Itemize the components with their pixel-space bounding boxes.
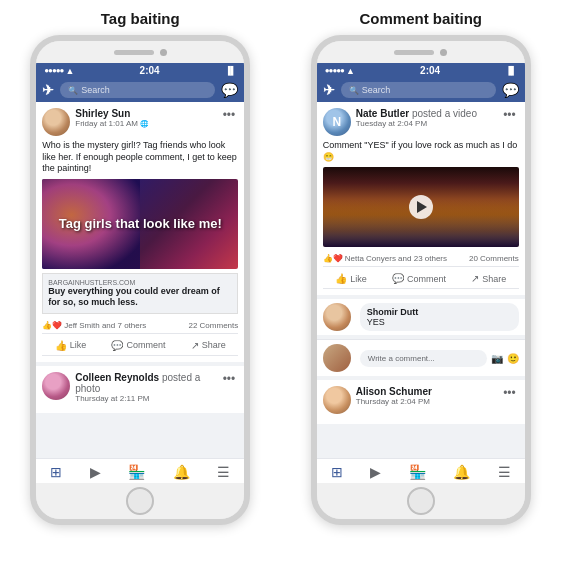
more-button-alison[interactable]: ••• — [500, 386, 519, 400]
post-author-nate: Nate Butler posted a video — [356, 108, 500, 119]
avatar-shirley — [42, 108, 70, 136]
avatar-current-user — [323, 344, 351, 372]
battery-icon-1: ▐▌ — [225, 66, 236, 75]
post-colleen: Colleen Reynolds posted a photo Thursday… — [36, 366, 244, 413]
more-button-shirley[interactable]: ••• — [220, 108, 239, 122]
menu-nav-icon-1[interactable]: ☰ — [217, 464, 230, 480]
post-date-colleen: Thursday at 2:11 PM — [75, 394, 219, 403]
home-button-2[interactable] — [407, 487, 435, 515]
marketplace-nav-icon-1[interactable]: 🏪 — [128, 464, 145, 480]
menu-nav-icon-2[interactable]: ☰ — [498, 464, 511, 480]
signal-icon-1: ●●●●● — [44, 66, 63, 75]
reactions-row-shirley: 👍❤️ Jeff Smith and 7 others 22 Comments — [42, 318, 238, 334]
emoji-icon[interactable]: 🙂 — [507, 353, 519, 364]
like-button-shirley[interactable]: 👍 Like — [51, 338, 91, 353]
home-nav-icon-1[interactable]: ⊞ — [50, 464, 62, 480]
link-preview-shirley[interactable]: BARGAINHUSTLERS.COM Buy everything you c… — [42, 273, 238, 314]
status-time-2: 2:04 — [420, 65, 440, 76]
phone-screen-2: ●●●●● ▲ 2:04 ▐▌ ✈ 🔍 Search 💬 — [317, 63, 525, 483]
status-left-1: ●●●●● ▲ — [44, 66, 74, 76]
share-icon-shirley: ↗ — [191, 340, 199, 351]
bell-nav-icon-1[interactable]: 🔔 — [173, 464, 190, 480]
post-author-alison: Alison Schumer — [356, 386, 500, 397]
status-bar-2: ●●●●● ▲ 2:04 ▐▌ — [317, 63, 525, 78]
fb-logo-1: ✈ — [42, 82, 54, 98]
comment-shomir: Shomir Dutt YES — [317, 299, 525, 335]
wifi-icon-1: ▲ — [65, 66, 74, 76]
bottom-nav-2: ⊞ ▶ 🏪 🔔 ☰ — [317, 458, 525, 483]
phone-top-bar-1 — [36, 41, 244, 63]
phone-tag-baiting: ●●●●● ▲ 2:04 ▐▌ ✈ 🔍 Search 💬 — [30, 35, 250, 525]
share-icon-nate: ↗ — [471, 273, 479, 284]
post-header-nate: N Nate Butler posted a video Tuesday at … — [323, 108, 519, 136]
phone-comment-baiting: ●●●●● ▲ 2:04 ▐▌ ✈ 🔍 Search 💬 — [311, 35, 531, 525]
search-icon-2: 🔍 — [349, 86, 359, 95]
share-button-nate[interactable]: ↗ Share — [467, 271, 510, 286]
feed-1: Shirley Sun Friday at 1:01 AM 🌐 ••• Who … — [36, 102, 244, 458]
fb-logo-2: ✈ — [323, 82, 335, 98]
link-domain: BARGAINHUSTLERS.COM — [48, 279, 232, 286]
reaction-count-nate: Netta Conyers and 23 others — [345, 254, 447, 263]
facebook-nav-1: ✈ 🔍 Search 💬 — [36, 78, 244, 102]
post-nate: N Nate Butler posted a video Tuesday at … — [317, 102, 525, 295]
tag-baiting-title: Tag baiting — [20, 10, 260, 27]
link-title: Buy everything you could ever dream of f… — [48, 286, 232, 308]
like-label-shirley: Like — [70, 340, 87, 350]
phone-top-bar-2 — [317, 41, 525, 63]
phone-speaker-1 — [114, 50, 154, 55]
phone-speaker-2 — [394, 50, 434, 55]
video-nav-icon-1[interactable]: ▶ — [90, 464, 101, 480]
home-button-1[interactable] — [126, 487, 154, 515]
reaction-emojis-shirley: 👍❤️ Jeff Smith and 7 others — [42, 321, 146, 330]
avatar-nate: N — [323, 108, 351, 136]
like-love-emoji-nate: 👍❤️ — [323, 254, 343, 263]
bell-nav-icon-2[interactable]: 🔔 — [453, 464, 470, 480]
camera-icon[interactable]: 📷 — [491, 353, 503, 364]
concert-video-thumbnail[interactable] — [323, 167, 519, 247]
battery-icon-2: ▐▌ — [505, 66, 516, 75]
post-author-colleen: Colleen Reynolds posted a photo — [75, 372, 219, 394]
marketplace-nav-icon-2[interactable]: 🏪 — [409, 464, 426, 480]
bottom-nav-1: ⊞ ▶ 🏪 🔔 ☰ — [36, 458, 244, 483]
share-label-shirley: Share — [202, 340, 226, 350]
home-nav-icon-2[interactable]: ⊞ — [331, 464, 343, 480]
reactions-row-nate: 👍❤️ Netta Conyers and 23 others 20 Comme… — [323, 251, 519, 267]
more-button-colleen[interactable]: ••• — [220, 372, 239, 386]
facebook-nav-2: ✈ 🔍 Search 💬 — [317, 78, 525, 102]
messenger-icon-2[interactable]: 💬 — [502, 82, 519, 98]
search-placeholder-2: Search — [362, 85, 391, 95]
post-image-shirley: Tag girls that look like me! — [42, 179, 238, 269]
post-author-shirley: Shirley Sun — [75, 108, 219, 119]
phone-bottom-1 — [36, 483, 244, 519]
search-bar-1[interactable]: 🔍 Search — [60, 82, 215, 98]
messenger-icon-1[interactable]: 💬 — [221, 82, 238, 98]
like-button-nate[interactable]: 👍 Like — [331, 271, 371, 286]
share-button-shirley[interactable]: ↗ Share — [187, 338, 230, 353]
phone-screen-1: ●●●●● ▲ 2:04 ▐▌ ✈ 🔍 Search 💬 — [36, 63, 244, 483]
more-button-nate[interactable]: ••• — [500, 108, 519, 122]
comment-bubble-shomir: Shomir Dutt YES — [360, 303, 519, 331]
post-meta-alison: Alison Schumer Thursday at 2:04 PM — [356, 386, 500, 406]
post-meta-colleen: Colleen Reynolds posted a photo Thursday… — [75, 372, 219, 403]
search-bar-2[interactable]: 🔍 Search — [341, 82, 496, 98]
play-button[interactable] — [409, 195, 433, 219]
phone-camera-2 — [440, 49, 447, 56]
status-time-1: 2:04 — [140, 65, 160, 76]
post-date-alison: Thursday at 2:04 PM — [356, 397, 500, 406]
search-placeholder-1: Search — [81, 85, 110, 95]
avatar-colleen — [42, 372, 70, 400]
share-label-nate: Share — [482, 274, 506, 284]
comment-input[interactable]: Write a comment... — [360, 350, 487, 367]
action-row-shirley: 👍 Like 💬 Comment ↗ Share — [42, 336, 238, 356]
comment-count-nate: 20 Comments — [469, 254, 519, 263]
comment-button-shirley[interactable]: 💬 Comment — [107, 338, 169, 353]
post-date-shirley: Friday at 1:01 AM 🌐 — [75, 119, 219, 128]
comment-count-shirley: 22 Comments — [188, 321, 238, 330]
play-triangle-icon — [417, 201, 427, 213]
avatar-alison — [323, 386, 351, 414]
comment-button-nate[interactable]: 💬 Comment — [388, 271, 450, 286]
video-nav-icon-2[interactable]: ▶ — [370, 464, 381, 480]
post-alison: Alison Schumer Thursday at 2:04 PM ••• — [317, 380, 525, 424]
post-header-alison: Alison Schumer Thursday at 2:04 PM ••• — [323, 386, 519, 414]
status-left-2: ●●●●● ▲ — [325, 66, 355, 76]
